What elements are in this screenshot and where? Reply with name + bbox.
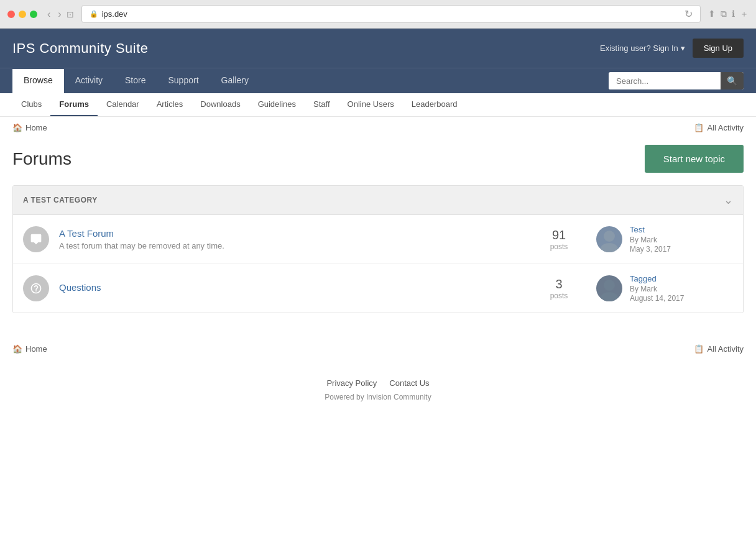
- last-post-info-a-test-forum: Test By Mark May 3, 2017: [630, 225, 671, 254]
- sub-nav-guidelines[interactable]: Guidelines: [249, 93, 305, 116]
- forum-icon-a-test-forum: [23, 226, 49, 252]
- search-input[interactable]: [609, 73, 721, 89]
- back-button[interactable]: ‹: [45, 9, 53, 20]
- tab-activity[interactable]: Activity: [64, 69, 114, 93]
- forum-last-post-a-test-forum: Test By Mark May 3, 2017: [596, 225, 733, 254]
- category-title: A TEST CATEGORY: [23, 196, 98, 204]
- last-post-title-a-test-forum[interactable]: Test: [630, 225, 671, 234]
- svg-point-1: [601, 243, 618, 252]
- sub-nav: Clubs Forums Calendar Articles Downloads…: [0, 93, 756, 117]
- share-icon[interactable]: ⬆: [708, 9, 716, 20]
- last-post-info-questions: Tagged By Mark August 14, 2017: [630, 274, 684, 303]
- activity-icon: 📋: [694, 123, 704, 132]
- footer-all-activity-link[interactable]: 📋 All Activity: [694, 344, 744, 354]
- sign-in-arrow: ▾: [681, 43, 685, 53]
- page-title-area: Forums Start new topic: [0, 139, 756, 185]
- avatar-questions: [596, 275, 622, 301]
- sub-nav-forums[interactable]: Forums: [50, 93, 98, 116]
- forum-stats-questions: 3 posts: [540, 277, 578, 300]
- browser-dots: [7, 11, 37, 18]
- browser-nav: ‹ › ⊡: [45, 9, 74, 20]
- sign-up-button[interactable]: Sign Up: [693, 39, 744, 58]
- forum-name-questions[interactable]: Questions: [59, 282, 540, 293]
- sign-in-link[interactable]: Existing user? Sign In ▾: [600, 43, 685, 53]
- window-button[interactable]: ⊡: [67, 9, 74, 20]
- all-activity-label: All Activity: [707, 123, 744, 132]
- forum-row-questions: Questions 3 posts Tagged By Mark August …: [13, 264, 743, 313]
- last-post-by-questions: By Mark: [630, 285, 684, 293]
- breadcrumb-bar: 🏠 Home 📋 All Activity: [0, 117, 756, 139]
- collapse-button[interactable]: ⌄: [724, 193, 733, 207]
- forum-post-count-questions: 3: [540, 277, 578, 291]
- forum-post-count-a-test-forum: 91: [540, 228, 578, 242]
- home-label: Home: [25, 123, 47, 132]
- sub-nav-articles[interactable]: Articles: [148, 93, 192, 116]
- sub-nav-downloads[interactable]: Downloads: [191, 93, 249, 116]
- dot-minimize: [19, 11, 26, 18]
- svg-point-0: [604, 231, 615, 242]
- sub-nav-online-users[interactable]: Online Users: [339, 93, 403, 116]
- reload-button[interactable]: ↻: [685, 8, 693, 20]
- browser-actions: ⬆ ⧉ ℹ ＋: [708, 9, 749, 20]
- new-tab-icon[interactable]: ＋: [740, 9, 749, 20]
- breadcrumb-home[interactable]: 🏠 Home: [12, 123, 47, 132]
- forum-posts-label-questions: posts: [540, 291, 578, 300]
- contact-us-link[interactable]: Contact Us: [389, 378, 429, 388]
- url-bar[interactable]: 🔒 ips.dev ↻: [81, 5, 701, 23]
- tabs-icon[interactable]: ⧉: [721, 9, 727, 20]
- last-post-by-text: By Mark: [630, 236, 657, 244]
- footer-activity-icon: 📋: [694, 344, 704, 354]
- forward-button[interactable]: ›: [55, 9, 63, 20]
- page-title: Forums: [12, 149, 71, 169]
- search-bar: 🔍: [609, 72, 744, 89]
- forum-info-a-test-forum: A Test Forum A test forum that may be re…: [59, 228, 540, 250]
- site-title: IPS Community Suite: [12, 40, 149, 57]
- forum-posts-label-a-test-forum: posts: [540, 242, 578, 251]
- all-activity-link[interactable]: 📋 All Activity: [694, 123, 744, 132]
- info-icon[interactable]: ℹ: [732, 9, 735, 20]
- url-text: ips.dev: [102, 9, 127, 19]
- tab-browse[interactable]: Browse: [12, 69, 64, 93]
- avatar-a-test-forum: [596, 226, 622, 252]
- main-nav: Browse Activity Store Support Gallery 🔍: [0, 68, 756, 93]
- last-post-title-questions[interactable]: Tagged: [630, 274, 684, 283]
- tab-store[interactable]: Store: [114, 69, 157, 93]
- sub-nav-staff[interactable]: Staff: [305, 93, 339, 116]
- last-post-by-text-questions: By Mark: [630, 285, 657, 293]
- forum-last-post-questions: Tagged By Mark August 14, 2017: [596, 274, 733, 303]
- forum-icon-questions: [23, 275, 49, 301]
- category-section: A TEST CATEGORY ⌄ A Test Forum A test fo…: [12, 185, 744, 313]
- home-icon: 🏠: [12, 123, 22, 132]
- forum-info-questions: Questions: [59, 282, 540, 295]
- start-new-topic-button[interactable]: Start new topic: [645, 145, 744, 173]
- sign-in-label: Existing user? Sign In: [600, 43, 678, 53]
- svg-point-2: [604, 280, 615, 291]
- sub-nav-calendar[interactable]: Calendar: [98, 93, 148, 116]
- footer-breadcrumb: 🏠 Home 📋 All Activity: [0, 332, 756, 366]
- search-button[interactable]: 🔍: [721, 72, 744, 89]
- browser-chrome: ‹ › ⊡ 🔒 ips.dev ↻ ⬆ ⧉ ℹ ＋: [0, 0, 756, 29]
- last-post-date-a-test-forum: May 3, 2017: [630, 245, 671, 254]
- site-footer: Privacy Policy Contact Us Powered by Inv…: [0, 366, 756, 414]
- tab-gallery[interactable]: Gallery: [210, 69, 260, 93]
- powered-by: Powered by Invision Community: [12, 393, 744, 401]
- lock-icon: 🔒: [90, 10, 98, 18]
- forum-row: A Test Forum A test forum that may be re…: [13, 215, 743, 264]
- footer-home-link[interactable]: 🏠 Home: [12, 344, 47, 354]
- last-post-by-a-test-forum: By Mark: [630, 236, 671, 244]
- sub-nav-clubs[interactable]: Clubs: [12, 93, 50, 116]
- footer-links: Privacy Policy Contact Us: [12, 378, 744, 388]
- privacy-policy-link[interactable]: Privacy Policy: [326, 378, 377, 388]
- forum-name-a-test-forum[interactable]: A Test Forum: [59, 228, 540, 239]
- site-header: IPS Community Suite Existing user? Sign …: [0, 29, 756, 68]
- category-header: A TEST CATEGORY ⌄: [13, 186, 743, 215]
- tab-support[interactable]: Support: [157, 69, 210, 93]
- forum-desc-a-test-forum: A test forum that may be removed at any …: [59, 241, 540, 250]
- sub-nav-leaderboard[interactable]: Leaderboard: [403, 93, 466, 116]
- footer-home-icon: 🏠: [12, 344, 22, 354]
- footer-home-label: Home: [25, 344, 47, 354]
- svg-point-3: [601, 292, 618, 301]
- forum-stats-a-test-forum: 91 posts: [540, 228, 578, 251]
- last-post-date-questions: August 14, 2017: [630, 294, 684, 303]
- footer-all-activity-label: All Activity: [707, 344, 744, 354]
